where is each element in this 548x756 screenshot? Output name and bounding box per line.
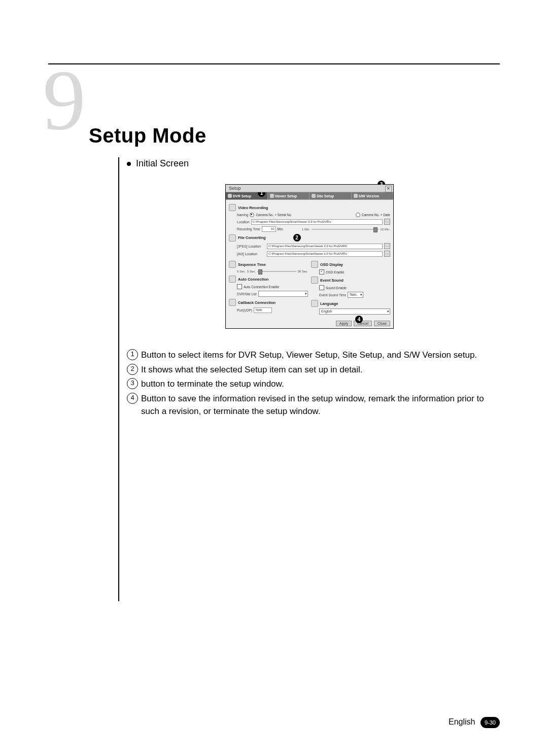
tab-sw-version[interactable]: S/W Version — [352, 192, 394, 199]
avi-label: [AVI] Location — [237, 252, 265, 256]
desc-num: 4 — [127, 393, 138, 404]
dvr-site-list-label: DVR/Site List — [237, 292, 257, 296]
naming-label: Naming — [237, 213, 248, 217]
bell-icon — [311, 277, 318, 284]
rec-time-label: Recording Time — [237, 227, 260, 231]
rec-time-slider[interactable]: 1 Min. 10 Min. — [302, 227, 390, 231]
section-auto-connection: Auto Connection — [229, 276, 308, 283]
top-rule — [48, 63, 500, 64]
section-osd-display: OSD Display — [311, 261, 390, 268]
section-video-recording: Video Recording — [229, 204, 390, 211]
close-icon[interactable]: ✕ — [385, 186, 392, 192]
auto-connection-label: Auto Connection Enable — [244, 285, 279, 289]
event-sound-time-select[interactable]: 5sec. — [348, 292, 363, 298]
chapter-title: Setup Mode — [89, 124, 207, 147]
tab-viewer-setup[interactable]: Viewer Setup — [268, 192, 310, 199]
section-file-converting: File Converting 2 — [229, 234, 390, 242]
bullet-icon — [127, 162, 131, 166]
callout-descriptions: 1 Button to select items for DVR Setup, … — [127, 349, 492, 418]
osd-enable-label: OSD Enable — [326, 270, 344, 274]
desc-item: 4 Button to save the information revised… — [127, 393, 492, 418]
clock-icon — [229, 261, 236, 268]
osd-enable-checkbox[interactable] — [319, 269, 324, 274]
desc-text: It shows what the selected Setup item ca… — [141, 364, 363, 376]
camera-icon — [229, 204, 236, 211]
section-sequence-time: Sequence Time — [229, 261, 308, 268]
tab-site-setup[interactable]: Site Setup — [310, 192, 352, 199]
page-number-badge: 9-30 — [481, 717, 500, 728]
chapter-number: 9 — [43, 57, 86, 143]
desc-text: Button to save the information revised i… — [141, 393, 492, 418]
desc-text: Button to select items for DVR Setup, Vi… — [141, 349, 477, 362]
content-column: Initial Screen 1 3 Setup ✕ DVR Setup Vie… — [127, 158, 492, 418]
info-icon — [354, 194, 358, 198]
page-footer: English 9-30 — [0, 717, 548, 728]
sound-enable-label: Sound Enable — [326, 286, 347, 290]
browse-button[interactable]: … — [384, 219, 390, 225]
tab-icon — [270, 194, 274, 198]
setup-screenshot: 1 3 Setup ✕ DVR Setup Viewer Setup Site … — [225, 184, 394, 329]
section-event-sound: Event Sound — [311, 277, 390, 284]
sound-enable-checkbox[interactable] — [319, 285, 324, 290]
manual-page: 9 Setup Mode Initial Screen 1 3 Setup ✕ … — [0, 0, 548, 756]
language-select[interactable]: English — [319, 308, 390, 315]
section-bullet: Initial Screen — [127, 158, 492, 169]
close-button[interactable]: Close — [374, 321, 390, 326]
event-sound-time-label: Event Sound Time — [319, 293, 346, 297]
location-label: Location — [237, 220, 250, 224]
naming-opt2: Camera No. + Date — [362, 213, 390, 217]
naming-opt1: Camera No. + Serial No. — [256, 213, 292, 217]
file-icon — [229, 234, 236, 242]
rec-time-unit: Min. — [278, 227, 284, 231]
footer-language: English — [449, 717, 475, 726]
desc-num: 3 — [127, 378, 138, 389]
dvr-site-list-select[interactable] — [258, 291, 308, 297]
callout-4: 4 — [355, 316, 363, 323]
radio-date[interactable] — [356, 213, 360, 217]
desc-item: 1 Button to select items for DVR Setup, … — [127, 349, 492, 362]
jpeg-location-input[interactable]: C:\Program Files\Samsung\SmartViewer 2.0… — [267, 244, 383, 249]
location-input[interactable]: C:\Program Files\Samsung\SmartViewer 2.0… — [251, 219, 383, 225]
rec-time-input[interactable]: 10 — [262, 226, 276, 232]
sequence-time-slider[interactable]: 5 Sec. 5 Sec. 30 Sec. — [237, 269, 308, 273]
vertical-rule — [118, 157, 119, 601]
desc-text: button to terminate the setup window. — [141, 378, 284, 391]
port-input[interactable]: 7900 — [254, 307, 272, 313]
setup-body: Video Recording Naming Camera No. + Seri… — [226, 200, 393, 319]
auto-connection-checkbox[interactable] — [237, 284, 242, 289]
browse-button[interactable]: … — [384, 243, 390, 249]
globe-icon — [311, 300, 318, 307]
dialog-buttons: Apply Cancel Close — [226, 319, 393, 328]
desc-item: 3 button to terminate the setup window. — [127, 378, 492, 391]
display-icon — [311, 261, 318, 268]
callback-icon — [229, 299, 236, 306]
tab-icon — [312, 194, 316, 198]
desc-num: 2 — [127, 364, 138, 375]
setup-tabs: DVR Setup Viewer Setup Site Setup S/W Ve… — [226, 192, 393, 200]
callout-2: 2 — [293, 234, 301, 242]
desc-num: 1 — [127, 349, 138, 360]
browse-button[interactable]: … — [384, 251, 390, 257]
window-titlebar: Setup ✕ — [226, 185, 393, 192]
radio-serial[interactable] — [250, 213, 254, 217]
port-label: Port(UDP) — [237, 308, 252, 312]
apply-button[interactable]: Apply — [336, 321, 352, 326]
jpeg-label: [JPEG] Location — [237, 245, 265, 248]
link-icon — [229, 276, 236, 283]
section-title: Initial Screen — [136, 158, 189, 169]
tab-icon — [228, 194, 232, 198]
window-title: Setup — [229, 186, 241, 191]
avi-location-input[interactable]: C:\Program Files\Samsung\SmartViewer 2.0… — [267, 251, 383, 257]
section-callback: Callback Connection — [229, 299, 308, 306]
desc-item: 2 It shows what the selected Setup item … — [127, 364, 492, 376]
chapter-header: 9 Setup Mode — [46, 71, 502, 147]
section-language: Language — [311, 300, 390, 307]
